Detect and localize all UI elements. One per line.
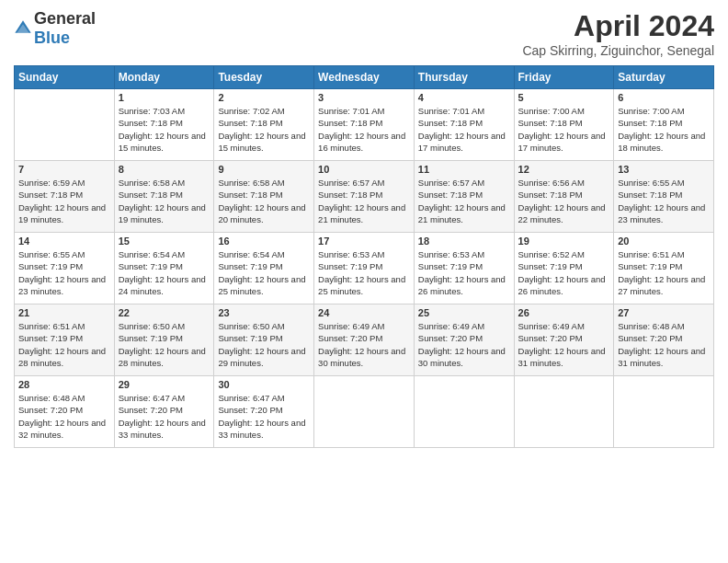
day-info: Sunrise: 6:58 AM Sunset: 7:18 PM Dayligh… [218, 177, 310, 225]
daylight-text: Daylight: 12 hours and 26 minutes. [518, 274, 606, 296]
day-info: Sunrise: 6:55 AM Sunset: 7:19 PM Dayligh… [18, 248, 110, 297]
title-block: April 2024 Cap Skirring, Ziguinchor, Sen… [522, 9, 714, 58]
header-row: Sunday Monday Tuesday Wednesday Thursday… [15, 66, 714, 89]
sunrise-text: Sunrise: 6:58 AM [218, 178, 284, 188]
sunrise-text: Sunrise: 7:01 AM [318, 106, 384, 116]
daylight-text: Daylight: 12 hours and 23 minutes. [618, 202, 705, 224]
day-number: 16 [218, 236, 310, 247]
header: General Blue April 2024 Cap Skirring, Zi… [14, 9, 714, 58]
day-info: Sunrise: 6:51 AM Sunset: 7:19 PM Dayligh… [18, 320, 110, 369]
sunrise-text: Sunrise: 6:53 AM [418, 249, 484, 259]
calendar-cell: 22 Sunrise: 6:50 AM Sunset: 7:19 PM Dayl… [114, 304, 214, 376]
sunset-text: Sunset: 7:18 PM [18, 190, 83, 200]
day-number: 25 [418, 307, 510, 318]
sunrise-text: Sunrise: 6:47 AM [218, 393, 284, 403]
day-number: 9 [218, 164, 310, 175]
calendar-body: 1 Sunrise: 7:03 AM Sunset: 7:18 PM Dayli… [15, 89, 714, 448]
sunrise-text: Sunrise: 6:48 AM [18, 393, 85, 403]
sunrise-text: Sunrise: 6:54 AM [119, 249, 185, 259]
calendar-cell [314, 376, 415, 448]
daylight-text: Daylight: 12 hours and 33 minutes. [119, 418, 206, 440]
day-info: Sunrise: 6:59 AM Sunset: 7:18 PM Dayligh… [18, 177, 110, 225]
daylight-text: Daylight: 12 hours and 24 minutes. [119, 274, 206, 296]
month-title: April 2024 [522, 9, 714, 43]
sunset-text: Sunset: 7:19 PM [418, 261, 483, 271]
sunset-text: Sunset: 7:20 PM [318, 333, 382, 343]
daylight-text: Daylight: 12 hours and 16 minutes. [318, 131, 405, 153]
day-number: 29 [119, 379, 210, 390]
calendar-cell: 20 Sunrise: 6:51 AM Sunset: 7:19 PM Dayl… [614, 233, 714, 304]
day-info: Sunrise: 7:02 AM Sunset: 7:18 PM Dayligh… [218, 105, 310, 154]
day-info: Sunrise: 6:57 AM Sunset: 7:18 PM Dayligh… [318, 177, 410, 225]
sunrise-text: Sunrise: 7:02 AM [218, 106, 284, 116]
day-info: Sunrise: 7:03 AM Sunset: 7:18 PM Dayligh… [119, 105, 210, 154]
sunrise-text: Sunrise: 6:55 AM [18, 249, 85, 259]
day-number: 19 [518, 236, 610, 247]
day-info: Sunrise: 6:47 AM Sunset: 7:20 PM Dayligh… [119, 392, 210, 441]
sunrise-text: Sunrise: 7:03 AM [119, 106, 185, 116]
sunset-text: Sunset: 7:18 PM [218, 190, 282, 200]
calendar-cell: 27 Sunrise: 6:48 AM Sunset: 7:20 PM Dayl… [614, 304, 714, 376]
header-wednesday: Wednesday [314, 66, 415, 89]
sunrise-text: Sunrise: 6:56 AM [518, 178, 585, 188]
sunset-text: Sunset: 7:18 PM [418, 190, 483, 200]
calendar-cell: 12 Sunrise: 6:56 AM Sunset: 7:18 PM Dayl… [514, 161, 614, 233]
sunrise-text: Sunrise: 6:53 AM [318, 249, 384, 259]
header-tuesday: Tuesday [214, 66, 314, 89]
sunrise-text: Sunrise: 6:47 AM [119, 393, 185, 403]
daylight-text: Daylight: 12 hours and 23 minutes. [18, 274, 106, 296]
day-info: Sunrise: 6:48 AM Sunset: 7:20 PM Dayligh… [618, 320, 710, 369]
calendar-cell [514, 376, 614, 448]
sunset-text: Sunset: 7:18 PM [618, 118, 682, 128]
header-friday: Friday [514, 66, 614, 89]
day-number: 10 [318, 164, 410, 175]
calendar-cell: 14 Sunrise: 6:55 AM Sunset: 7:19 PM Dayl… [15, 233, 115, 304]
day-info: Sunrise: 6:49 AM Sunset: 7:20 PM Dayligh… [418, 320, 510, 369]
sunrise-text: Sunrise: 6:49 AM [418, 321, 484, 331]
day-info: Sunrise: 6:49 AM Sunset: 7:20 PM Dayligh… [318, 320, 410, 369]
logo-text: General Blue [34, 9, 96, 48]
calendar-cell: 23 Sunrise: 6:50 AM Sunset: 7:19 PM Dayl… [214, 304, 314, 376]
daylight-text: Daylight: 12 hours and 15 minutes. [119, 131, 206, 153]
sunset-text: Sunset: 7:19 PM [518, 261, 583, 271]
logo-icon [14, 19, 32, 38]
sunset-text: Sunset: 7:19 PM [218, 261, 282, 271]
sunset-text: Sunset: 7:19 PM [618, 261, 682, 271]
sunrise-text: Sunrise: 6:57 AM [318, 178, 384, 188]
sunrise-text: Sunrise: 7:00 AM [618, 106, 684, 116]
sunrise-text: Sunrise: 6:49 AM [318, 321, 384, 331]
sunset-text: Sunset: 7:20 PM [119, 405, 183, 415]
sunrise-text: Sunrise: 6:55 AM [618, 178, 684, 188]
sunset-text: Sunset: 7:20 PM [418, 333, 483, 343]
daylight-text: Daylight: 12 hours and 17 minutes. [518, 131, 606, 153]
daylight-text: Daylight: 12 hours and 15 minutes. [218, 131, 305, 153]
page: General Blue April 2024 Cap Skirring, Zi… [0, 0, 728, 563]
day-info: Sunrise: 7:01 AM Sunset: 7:18 PM Dayligh… [318, 105, 410, 154]
calendar-cell: 10 Sunrise: 6:57 AM Sunset: 7:18 PM Dayl… [314, 161, 415, 233]
calendar-cell: 18 Sunrise: 6:53 AM Sunset: 7:19 PM Dayl… [414, 233, 514, 304]
daylight-text: Daylight: 12 hours and 27 minutes. [618, 274, 705, 296]
header-monday: Monday [114, 66, 214, 89]
day-number: 3 [318, 92, 410, 103]
calendar-cell: 4 Sunrise: 7:01 AM Sunset: 7:18 PM Dayli… [414, 89, 514, 161]
calendar-cell: 19 Sunrise: 6:52 AM Sunset: 7:19 PM Dayl… [514, 233, 614, 304]
day-info: Sunrise: 6:50 AM Sunset: 7:19 PM Dayligh… [218, 320, 310, 369]
day-number: 7 [18, 164, 110, 175]
calendar-cell: 5 Sunrise: 7:00 AM Sunset: 7:18 PM Dayli… [514, 89, 614, 161]
day-number: 11 [418, 164, 510, 175]
sunrise-text: Sunrise: 6:51 AM [618, 249, 684, 259]
day-info: Sunrise: 7:00 AM Sunset: 7:18 PM Dayligh… [618, 105, 710, 154]
calendar-week-3: 21 Sunrise: 6:51 AM Sunset: 7:19 PM Dayl… [15, 304, 714, 376]
calendar-cell: 3 Sunrise: 7:01 AM Sunset: 7:18 PM Dayli… [314, 89, 415, 161]
sunrise-text: Sunrise: 6:48 AM [618, 321, 684, 331]
calendar-week-4: 28 Sunrise: 6:48 AM Sunset: 7:20 PM Dayl… [15, 376, 714, 448]
sunrise-text: Sunrise: 7:00 AM [518, 106, 585, 116]
calendar-cell: 21 Sunrise: 6:51 AM Sunset: 7:19 PM Dayl… [15, 304, 115, 376]
daylight-text: Daylight: 12 hours and 28 minutes. [119, 346, 206, 368]
day-info: Sunrise: 7:00 AM Sunset: 7:18 PM Dayligh… [518, 105, 610, 154]
day-number: 1 [119, 92, 210, 103]
sunrise-text: Sunrise: 6:59 AM [18, 178, 85, 188]
sunset-text: Sunset: 7:18 PM [418, 118, 483, 128]
daylight-text: Daylight: 12 hours and 31 minutes. [518, 346, 606, 368]
daylight-text: Daylight: 12 hours and 18 minutes. [618, 131, 705, 153]
